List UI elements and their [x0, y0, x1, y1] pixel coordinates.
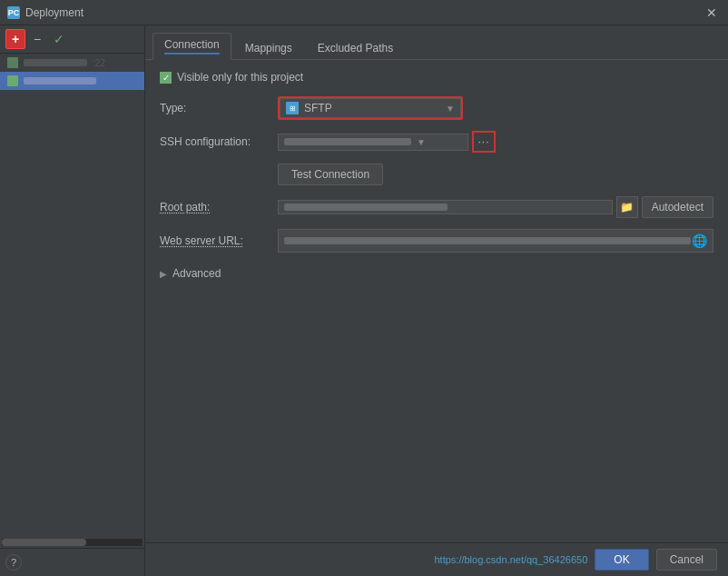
list-item[interactable]: :22: [0, 54, 144, 72]
ssh-config-row: SSH configuration: ▼ ···: [160, 131, 713, 153]
sidebar-bottom: ?: [0, 548, 144, 576]
tab-excluded-paths[interactable]: Excluded Paths: [306, 36, 405, 59]
title-bar-left: PC Deployment: [7, 6, 84, 19]
cancel-button[interactable]: Cancel: [656, 549, 717, 571]
title-bar: PC Deployment ✕: [0, 0, 728, 25]
sidebar: + − ✓ :22 ?: [0, 25, 145, 576]
visible-checkbox[interactable]: [160, 72, 172, 84]
form-content: Visible only for this project Type: ⊞ SF…: [145, 60, 728, 542]
type-select[interactable]: ⊞ SFTP ▼: [280, 98, 461, 118]
scrollbar-thumb: [2, 539, 86, 546]
item-icon: [7, 57, 18, 68]
confirm-button[interactable]: ✓: [49, 29, 69, 49]
sftp-icon: ⊞: [286, 102, 299, 114]
ssh-input-group: ▼ ···: [278, 131, 496, 153]
add-deployment-button[interactable]: +: [5, 29, 25, 49]
app-icon: PC: [7, 6, 20, 19]
help-button[interactable]: ?: [5, 554, 22, 571]
expand-arrow-icon: ▶: [160, 269, 167, 279]
autodetect-button[interactable]: Autodetect: [642, 196, 713, 218]
ok-button[interactable]: OK: [595, 549, 648, 571]
deployment-list: :22: [0, 54, 144, 537]
web-server-url-row: Web server URL: 🌐: [160, 229, 713, 253]
advanced-toggle[interactable]: ▶ Advanced: [160, 263, 713, 283]
bottom-bar: https://blog.csdn.net/qq_36426650 OK Can…: [145, 542, 728, 576]
ssh-label: SSH configuration:: [160, 135, 278, 148]
item-label: [24, 77, 96, 84]
root-path-folder-button[interactable]: 📁: [616, 196, 638, 218]
root-path-value-blurred: [284, 204, 448, 211]
web-server-label: Web server URL:: [160, 234, 278, 247]
close-button[interactable]: ✕: [703, 5, 721, 20]
advanced-section: ▶ Advanced: [160, 263, 713, 283]
type-select-wrapper: ⊞ SFTP ▼: [278, 96, 463, 120]
test-connection-row: Test Connection: [160, 164, 713, 185]
main-layout: + − ✓ :22 ?: [0, 25, 728, 576]
tab-connection[interactable]: Connection: [152, 33, 231, 60]
type-row: Type: ⊞ SFTP ▼: [160, 96, 713, 120]
content-area: Connection Mappings Excluded Paths Visib…: [145, 25, 728, 576]
item-label: :22: [24, 58, 105, 68]
tab-mappings[interactable]: Mappings: [233, 36, 304, 59]
remove-deployment-button[interactable]: −: [27, 29, 47, 49]
visible-checkbox-row: Visible only for this project: [160, 71, 713, 84]
dropdown-arrow-icon: ▼: [446, 104, 455, 114]
type-value: SFTP: [304, 102, 440, 114]
root-path-row: Root path: 📁 Autodetect: [160, 196, 713, 218]
ssh-select[interactable]: ▼: [278, 134, 468, 151]
root-path-field[interactable]: [278, 200, 613, 214]
advanced-label: Advanced: [172, 267, 221, 280]
window-title: Deployment: [25, 6, 84, 19]
sidebar-scrollbar[interactable]: [2, 539, 143, 546]
visible-checkbox-label: Visible only for this project: [177, 71, 303, 84]
status-url: https://blog.csdn.net/qq_36426650: [434, 554, 587, 565]
ssh-dropdown-arrow-icon: ▼: [417, 137, 426, 147]
root-path-label: Root path:: [160, 201, 278, 214]
type-label: Type:: [160, 102, 278, 114]
item-icon: [7, 75, 18, 86]
sidebar-toolbar: + − ✓: [0, 25, 144, 54]
tab-bar: Connection Mappings Excluded Paths: [145, 25, 728, 60]
list-item-selected[interactable]: [0, 72, 144, 90]
root-path-input-group: 📁 Autodetect: [278, 196, 713, 218]
ssh-ellipsis-button[interactable]: ···: [472, 131, 496, 153]
url-field[interactable]: 🌐: [278, 229, 713, 253]
url-value-blurred: [284, 237, 691, 244]
globe-icon[interactable]: 🌐: [691, 233, 707, 249]
test-connection-button[interactable]: Test Connection: [278, 164, 383, 185]
ssh-value-blurred: [284, 138, 411, 145]
